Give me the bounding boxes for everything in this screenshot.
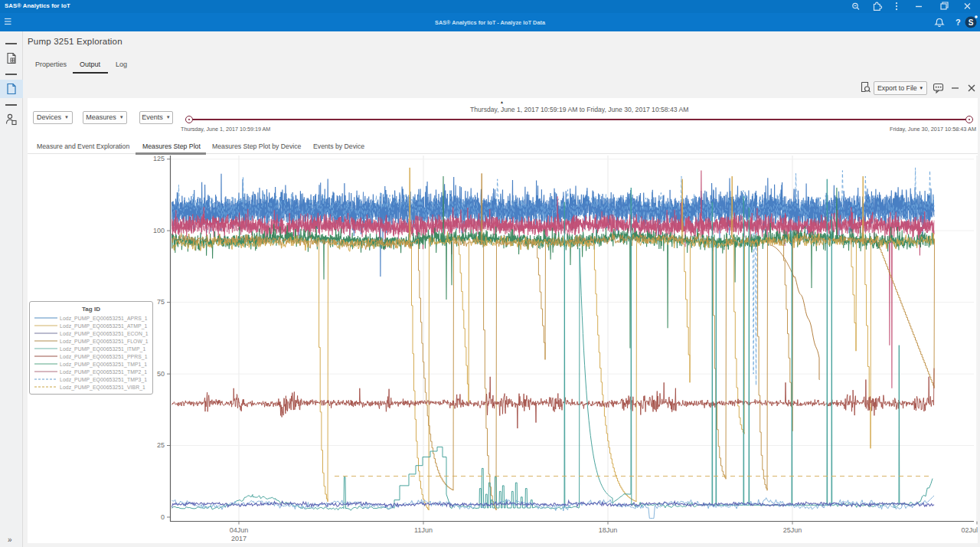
svg-text:?: ?: [956, 18, 961, 27]
svg-text:04Jun: 04Jun: [230, 526, 249, 534]
svg-text:100: 100: [153, 227, 165, 234]
svg-text:75: 75: [157, 298, 165, 306]
svg-text:125: 125: [153, 156, 165, 162]
svg-text:02Jul: 02Jul: [961, 526, 978, 534]
svg-text:25: 25: [157, 441, 165, 449]
svg-text:0: 0: [161, 513, 165, 521]
svg-text:S: S: [969, 18, 974, 27]
svg-text:50: 50: [157, 370, 165, 378]
svg-text:18Jun: 18Jun: [599, 526, 618, 534]
svg-text:2017: 2017: [231, 535, 247, 542]
svg-text:11Jun: 11Jun: [414, 526, 433, 534]
svg-text:25Jun: 25Jun: [783, 526, 802, 534]
